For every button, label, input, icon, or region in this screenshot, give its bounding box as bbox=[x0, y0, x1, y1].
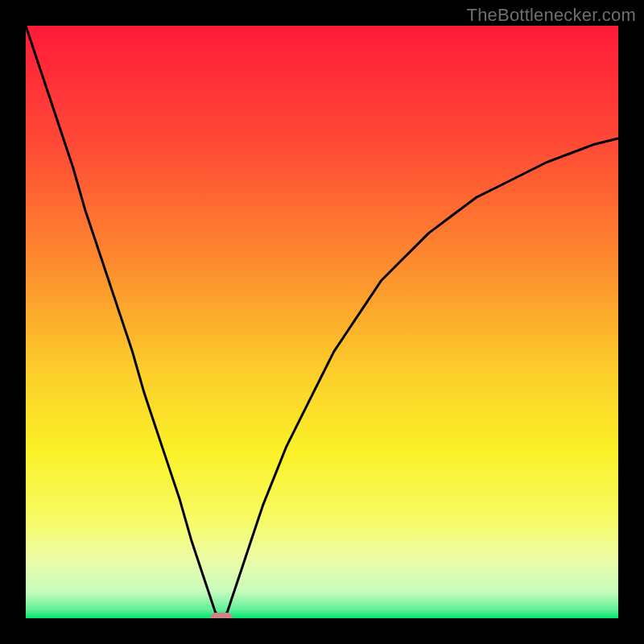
plot-area bbox=[26, 26, 618, 618]
bottleneck-curve bbox=[26, 26, 618, 618]
chart-frame: TheBottlenecker.com bbox=[0, 0, 644, 644]
optimal-point-marker bbox=[210, 613, 233, 618]
watermark-text: TheBottlenecker.com bbox=[467, 5, 636, 26]
